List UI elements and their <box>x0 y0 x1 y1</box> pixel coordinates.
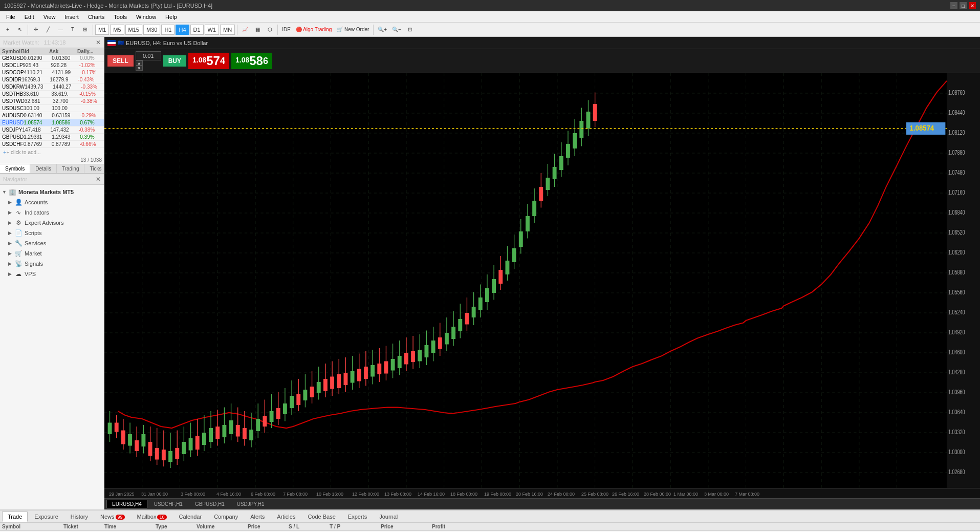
mw-daily: -1.02% <box>79 62 104 68</box>
bottom-tab-mailbox[interactable]: Mailbox10 <box>132 512 172 522</box>
nav-services[interactable]: ▶ 🔧 Services <box>0 238 104 248</box>
chart-canvas[interactable]: 1.08574 <box>104 73 947 488</box>
mw-tab-ticks[interactable]: Ticks <box>84 164 107 173</box>
sell-button[interactable]: SELL <box>107 55 134 67</box>
bottom-tab-codebase[interactable]: Code Base <box>302 512 341 522</box>
bottom-tab-exposure[interactable]: Exposure <box>29 512 63 522</box>
chart-tab-usdchf-h1[interactable]: USDCHF,H1 <box>148 500 188 508</box>
bottom-tab-trade[interactable]: Trade <box>2 512 28 522</box>
chart-tab-eurusd-h4[interactable]: EURUSD,H4 <box>106 500 147 508</box>
nav-market[interactable]: ▶ 🛒 Market <box>0 248 104 259</box>
mw-row-gbpusd[interactable]: GBPUSD 1.29331 1.29343 0.39% <box>0 134 104 141</box>
more-tools-btn[interactable]: ⊞ <box>79 24 91 35</box>
tf-d1[interactable]: D1 <box>190 25 204 35</box>
bottom-tab-experts[interactable]: Experts <box>342 512 373 522</box>
svg-rect-181 <box>573 133 577 148</box>
mw-row-usdchf[interactable]: USDCHF 0.87769 0.87789 -0.66% <box>0 141 104 148</box>
menu-view[interactable]: View <box>39 13 60 21</box>
nav-accounts[interactable]: ▶ 👤 Accounts <box>0 197 104 207</box>
tf-h1[interactable]: H1 <box>161 25 175 35</box>
zoom-in-btn[interactable]: 🔍+ <box>376 24 389 35</box>
chart-type-btn[interactable]: 📈 <box>239 24 251 35</box>
lot-selector: ▲ ▼ <box>136 51 161 71</box>
nav-signals[interactable]: ▶ 📡 Signals <box>0 259 104 269</box>
svg-text:26 Feb 16:00: 26 Feb 16:00 <box>612 492 639 497</box>
mw-row-eurusd[interactable]: EURUSD 1.08574 1.08586 0.67% <box>0 119 104 126</box>
mw-tab-details[interactable]: Details <box>30 164 57 173</box>
menu-charts[interactable]: Charts <box>84 13 108 21</box>
mw-row-usdcop[interactable]: USDCOP 4110.21 4131.99 -0.17% <box>0 69 104 76</box>
bottom-tab-company[interactable]: Company <box>208 512 244 522</box>
sell-main-price: 57 <box>206 54 220 68</box>
svg-text:25 Feb 08:00: 25 Feb 08:00 <box>581 492 608 497</box>
new-order-btn[interactable]: 🛒 New Order <box>335 24 371 35</box>
chart-style-btn[interactable]: ▦ <box>252 24 263 35</box>
algo-btn[interactable]: 🔴 Algo Trading <box>294 24 334 35</box>
add-symbol-row[interactable]: + + click to add... <box>0 148 104 156</box>
mw-bid: 0.63140 <box>24 113 52 118</box>
line-btn[interactable]: ╱ <box>42 24 54 35</box>
window-controls: − □ ✕ <box>950 2 976 9</box>
tf-m5[interactable]: M5 <box>110 25 124 35</box>
fit-btn[interactable]: ⊡ <box>404 24 416 35</box>
zoom-out-btn[interactable]: 🔍− <box>390 24 403 35</box>
lot-input[interactable] <box>136 51 161 60</box>
mw-row-usdclp[interactable]: USDCLP 925.43 926.28 -1.02% <box>0 62 104 69</box>
bottom-tab-alerts[interactable]: Alerts <box>245 512 270 522</box>
indicator-btn[interactable]: ⬡ <box>264 24 275 35</box>
mw-tab-symbols[interactable]: Symbols <box>0 164 30 173</box>
menu-insert[interactable]: Insert <box>60 13 83 21</box>
tf-m1[interactable]: M1 <box>95 25 109 35</box>
mw-row-usdusc[interactable]: USDUSC 100.00 100.00 <box>0 105 104 112</box>
mw-row-audusd[interactable]: AUDUSD 0.63140 0.63159 -0.29% <box>0 112 104 119</box>
nav-vps[interactable]: ▶ ☁ VPS <box>0 269 104 279</box>
cursor-btn[interactable]: ↖ <box>14 24 26 35</box>
nav-expert-advisors[interactable]: ▶ ⚙ Expert Advisors <box>0 218 104 228</box>
tf-w1[interactable]: W1 <box>205 25 220 35</box>
bottom-tab-calendar[interactable]: Calendar <box>173 512 208 522</box>
crosshair-btn[interactable]: ✛ <box>30 24 41 35</box>
nav-root-item[interactable]: ▼ 🏢 Moneta Markets MT5 <box>0 187 104 197</box>
buy-button[interactable]: BUY <box>163 55 186 67</box>
mw-row-usdtwd[interactable]: USDTWD 32.681 32.700 -0.38% <box>0 98 104 105</box>
bottom-tab-articles[interactable]: Articles <box>271 512 301 522</box>
market-watch-close[interactable]: ✕ <box>96 39 101 46</box>
nav-indicators[interactable]: ▶ ∿ Indicators <box>0 207 104 218</box>
menu-file[interactable]: File <box>2 13 19 21</box>
new-chart-btn[interactable]: + <box>2 24 13 35</box>
bottom-tab-journal[interactable]: Journal <box>374 512 403 522</box>
chart-tab-gbpusd-h1[interactable]: GBPUSD,H1 <box>189 500 230 508</box>
minimize-btn[interactable]: − <box>950 2 957 9</box>
tf-m15[interactable]: M15 <box>125 25 142 35</box>
navigator-close[interactable]: ✕ <box>96 176 101 183</box>
tool-btn[interactable]: T <box>67 24 78 35</box>
mw-row-usdthb[interactable]: USDTHB 33.610 33.619. -0.15% <box>0 91 104 98</box>
mw-row-usdidr[interactable]: USDIDR 16269.3 16279.9 -0.43% <box>0 76 104 83</box>
tf-m30[interactable]: M30 <box>143 25 160 35</box>
mw-daily: -0.38% <box>81 98 105 104</box>
bottom-tab-news[interactable]: News99 <box>95 512 130 522</box>
navigator-header: Navigator ✕ <box>0 174 104 185</box>
tf-h4[interactable]: H4 <box>176 25 189 35</box>
mw-row-usdkrw[interactable]: USDKRW 1439.73 1440.27 -0.33% <box>0 83 104 91</box>
svg-rect-139 <box>431 341 435 353</box>
menu-help[interactable]: Help <box>161 13 181 21</box>
mw-row-usdjpy[interactable]: USDJPY 147.418 147.432 -0.38% <box>0 126 104 134</box>
maximize-btn[interactable]: □ <box>960 2 967 9</box>
nav-scripts[interactable]: ▶ 📄 Scripts <box>0 228 104 238</box>
mw-row-gbxusd[interactable]: GBXUSD 0.01290 0.01300 0.00% <box>0 55 104 62</box>
chart-tab-usdjpy-h1[interactable]: USDJPY,H1 <box>231 500 270 508</box>
lot-up[interactable]: ▲ <box>136 60 143 66</box>
menu-edit[interactable]: Edit <box>20 13 38 21</box>
bottom-tab-history[interactable]: History <box>65 512 94 522</box>
close-btn[interactable]: ✕ <box>969 2 976 9</box>
ide-btn[interactable]: IDE <box>280 24 293 35</box>
mw-tab-trading[interactable]: Trading <box>57 164 85 173</box>
menu-window[interactable]: Window <box>132 13 160 21</box>
svg-rect-77 <box>222 425 226 437</box>
menu-tools[interactable]: Tools <box>110 13 131 21</box>
lot-down[interactable]: ▼ <box>136 66 143 71</box>
svg-rect-89 <box>263 416 267 427</box>
tf-mn[interactable]: MN <box>220 25 235 35</box>
hline-btn[interactable]: — <box>55 24 66 35</box>
